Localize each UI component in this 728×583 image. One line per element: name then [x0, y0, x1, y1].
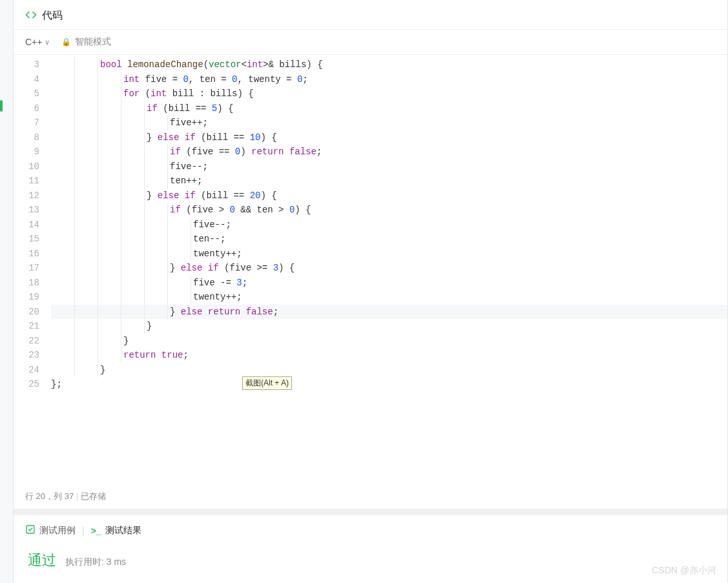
line-number: 11	[14, 174, 39, 189]
code-line[interactable]: };	[51, 377, 727, 392]
panel-header: 代码	[14, 0, 727, 30]
line-number: 17	[14, 261, 39, 276]
result-tabs: 测试用例 | >_ 测试结果	[14, 515, 727, 543]
editor-status-bar: 行 20，列 37 | 已存储	[14, 484, 727, 509]
line-number: 21	[14, 319, 39, 334]
code-line[interactable]: for (int bill : bills) {	[51, 87, 727, 101]
line-number: 14	[14, 218, 39, 232]
terminal-icon: >_	[91, 526, 101, 536]
code-icon	[25, 9, 37, 23]
lock-icon: 🔒	[61, 37, 71, 46]
save-status: 已存储	[81, 491, 106, 501]
code-line[interactable]: } else if (bill == 10) {	[51, 130, 727, 145]
main-panel: 代码 C++ ∨ 🔒 智能模式 345678910111213141516171…	[13, 0, 728, 583]
code-line[interactable]: ten++;	[51, 174, 727, 189]
code-line[interactable]: if (five == 0) return false;	[51, 145, 727, 159]
language-selector[interactable]: C++ ∨	[25, 37, 50, 47]
code-line[interactable]: if (bill == 5) {	[51, 101, 727, 116]
code-line[interactable]: if (five > 0 && ten > 0) {	[51, 203, 727, 218]
screenshot-tooltip: 截图(Alt + A)	[242, 376, 292, 390]
line-number: 19	[14, 290, 39, 305]
code-line[interactable]: } else return false;	[51, 305, 727, 320]
code-line[interactable]: } else if (five >= 3) {	[51, 261, 727, 276]
chevron-down-icon: ∨	[45, 38, 50, 46]
line-number: 3	[14, 57, 39, 72]
editor-toolbar: C++ ∨ 🔒 智能模式	[14, 30, 727, 55]
code-line[interactable]: five--;	[51, 159, 727, 174]
tab-separator: |	[82, 526, 85, 536]
result-status: 通过	[28, 551, 56, 570]
line-number: 4	[14, 72, 39, 87]
language-label: C++	[25, 37, 42, 47]
result-body: 通过 执行用时: 3 ms	[14, 543, 727, 583]
code-line[interactable]: }	[51, 363, 727, 378]
result-panel: 测试用例 | >_ 测试结果 通过 执行用时: 3 ms	[14, 509, 727, 583]
code-line[interactable]: int five = 0, ten = 0, twenty = 0;	[51, 72, 727, 87]
code-line[interactable]: five--;	[51, 218, 727, 232]
line-number: 12	[14, 189, 39, 203]
line-number: 9	[14, 145, 39, 159]
code-line[interactable]: twenty++;	[51, 247, 727, 261]
line-number: 6	[14, 101, 39, 116]
result-runtime: 执行用时: 3 ms	[65, 557, 126, 568]
svg-rect-0	[26, 526, 34, 533]
line-number: 8	[14, 130, 39, 145]
tab-test-cases[interactable]: 测试用例	[25, 524, 76, 537]
code-area[interactable]: bool lemonadeChange(vector<int>& bills) …	[51, 55, 727, 484]
line-number: 25	[14, 377, 39, 392]
code-editor[interactable]: 345678910111213141516171819202122232425 …	[14, 55, 727, 484]
line-number: 5	[14, 87, 39, 101]
editor-mode: 🔒 智能模式	[61, 36, 111, 48]
line-number: 20	[14, 305, 39, 320]
code-line[interactable]: }	[51, 319, 727, 334]
line-number: 15	[14, 232, 39, 247]
line-number-gutter: 345678910111213141516171819202122232425	[14, 55, 51, 484]
line-number: 23	[14, 348, 39, 363]
code-line[interactable]: five -= 3;	[51, 276, 727, 291]
code-line[interactable]: return true;	[51, 348, 727, 363]
line-number: 18	[14, 276, 39, 291]
line-number: 10	[14, 159, 39, 174]
watermark: CSDN @亦小河	[652, 565, 716, 577]
line-number: 13	[14, 203, 39, 218]
code-line[interactable]: } else if (bill == 20) {	[51, 189, 727, 203]
code-line[interactable]: twenty++;	[51, 290, 727, 305]
code-line[interactable]: bool lemonadeChange(vector<int>& bills) …	[51, 57, 727, 72]
line-number: 24	[14, 363, 39, 378]
cursor-position: 行 20，列 37	[25, 491, 74, 501]
left-gutter-bg	[0, 0, 13, 583]
tab-test-results[interactable]: >_ 测试结果	[91, 525, 141, 537]
code-line[interactable]: }	[51, 334, 727, 349]
code-line[interactable]: ten--;	[51, 232, 727, 247]
line-number: 22	[14, 334, 39, 349]
mode-label: 智能模式	[75, 36, 111, 48]
panel-title: 代码	[42, 9, 63, 23]
line-number: 7	[14, 116, 39, 130]
code-line[interactable]: five++;	[51, 116, 727, 130]
accent-marker	[0, 100, 3, 112]
line-number: 16	[14, 247, 39, 261]
check-square-icon	[25, 524, 36, 537]
